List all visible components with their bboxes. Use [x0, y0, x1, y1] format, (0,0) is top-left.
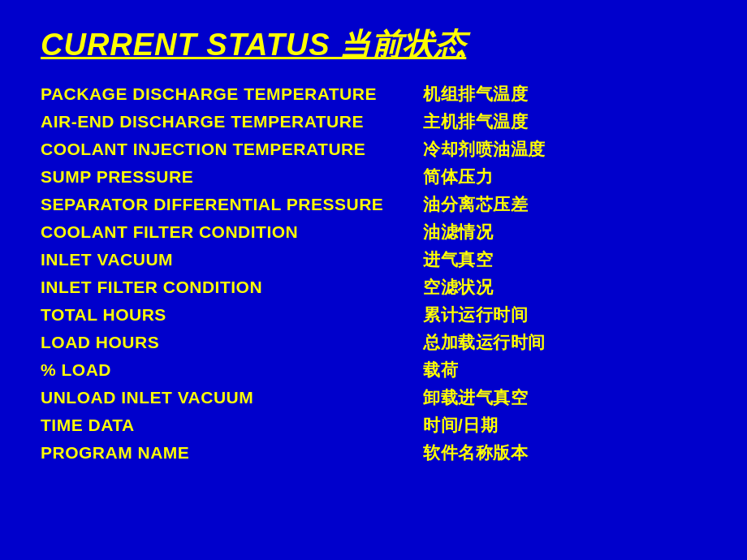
row-label-5: COOLANT FILTER CONDITION [41, 218, 407, 246]
row-chinese-6: 进气真空 [407, 246, 706, 274]
row-label-10: % LOAD [41, 356, 407, 384]
table-row: COOLANT FILTER CONDITION油滤情况 [41, 218, 706, 246]
row-label-3: SUMP PRESSURE [41, 163, 407, 191]
row-chinese-3: 简体压力 [407, 163, 706, 191]
table-row: SEPARATOR DIFFERENTIAL PRESSURE油分离芯压差 [41, 191, 706, 218]
row-label-2: COOLANT INJECTION TEMPERATURE [41, 136, 407, 163]
page-title: CURRENT STATUS 当前状态 [41, 24, 706, 66]
row-chinese-1: 主机排气温度 [407, 108, 706, 136]
table-row: % LOAD载荷 [41, 356, 706, 384]
table-row: PROGRAM NAME软件名称版本 [41, 439, 706, 467]
page-container: CURRENT STATUS 当前状态 PACKAGE DISCHARGE TE… [0, 0, 747, 560]
table-row: TIME DATA时间/日期 [41, 411, 706, 439]
row-chinese-12: 时间/日期 [407, 411, 706, 439]
row-label-0: PACKAGE DISCHARGE TEMPERATURE [41, 80, 407, 108]
row-chinese-0: 机组排气温度 [407, 80, 706, 108]
table-row: UNLOAD INLET VACUUM卸载进气真空 [41, 384, 706, 411]
row-chinese-2: 冷却剂喷油温度 [407, 136, 706, 163]
row-chinese-10: 载荷 [407, 356, 706, 384]
table-row: TOTAL HOURS累计运行时间 [41, 301, 706, 329]
row-label-8: TOTAL HOURS [41, 301, 407, 329]
table-row: INLET VACUUM进气真空 [41, 246, 706, 274]
table-row: AIR-END DISCHARGE TEMPERATURE主机排气温度 [41, 108, 706, 136]
row-chinese-4: 油分离芯压差 [407, 191, 706, 218]
table-row: SUMP PRESSURE简体压力 [41, 163, 706, 191]
row-chinese-13: 软件名称版本 [407, 439, 706, 467]
table-row: INLET FILTER CONDITION空滤状况 [41, 274, 706, 301]
row-chinese-9: 总加载运行时间 [407, 329, 706, 356]
row-label-1: AIR-END DISCHARGE TEMPERATURE [41, 108, 407, 136]
row-chinese-11: 卸载进气真空 [407, 384, 706, 411]
table-row: PACKAGE DISCHARGE TEMPERATURE机组排气温度 [41, 80, 706, 108]
row-chinese-7: 空滤状况 [407, 274, 706, 301]
row-chinese-5: 油滤情况 [407, 218, 706, 246]
table-row: COOLANT INJECTION TEMPERATURE冷却剂喷油温度 [41, 136, 706, 163]
row-label-6: INLET VACUUM [41, 246, 407, 274]
row-label-13: PROGRAM NAME [41, 439, 407, 467]
table-row: LOAD HOURS总加载运行时间 [41, 329, 706, 356]
status-table: PACKAGE DISCHARGE TEMPERATURE机组排气温度AIR-E… [41, 80, 706, 467]
row-chinese-8: 累计运行时间 [407, 301, 706, 329]
row-label-12: TIME DATA [41, 411, 407, 439]
row-label-11: UNLOAD INLET VACUUM [41, 384, 407, 411]
row-label-7: INLET FILTER CONDITION [41, 274, 407, 301]
row-label-9: LOAD HOURS [41, 329, 407, 356]
row-label-4: SEPARATOR DIFFERENTIAL PRESSURE [41, 191, 407, 218]
